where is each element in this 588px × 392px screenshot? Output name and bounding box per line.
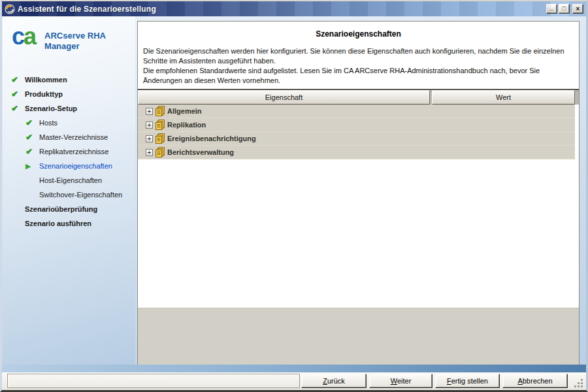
resize-grip[interactable] — [574, 378, 583, 387]
main-panel: Szenarioeigenschaften Die Szenarioeigens… — [137, 21, 580, 366]
description-line1: Die Szenarioeigenschaften werden hier ko… — [143, 46, 572, 66]
property-group-replikation[interactable]: + Replikation — [138, 118, 575, 132]
step-szenario-ausfuhren[interactable]: Szenario ausführen — [3, 216, 135, 231]
finish-button[interactable]: Fertig stellen — [435, 374, 500, 388]
step-willkommen[interactable]: ✔ Willkommen — [3, 73, 135, 87]
property-group-allgemein[interactable]: + Allgemein — [138, 105, 575, 118]
property-group-icon — [155, 133, 165, 144]
maximize-button[interactable]: □ — [559, 4, 570, 14]
details-panel — [138, 308, 579, 365]
step-produkttyp[interactable]: ✔ Produkttyp — [3, 87, 135, 101]
step-replikatverzeichnisse[interactable]: ✔ Replikatverzeichnisse — [3, 144, 135, 159]
back-button[interactable]: Zurück — [301, 374, 367, 388]
wizard-window: Assistent für die Szenarioerstellung _ □… — [0, 0, 588, 392]
property-group-berichtsverwaltung[interactable]: + Berichtsverwaltung — [138, 146, 575, 159]
check-icon: ✔ — [25, 119, 39, 127]
step-szenario-setup[interactable]: ✔ Szenario-Setup — [3, 101, 135, 116]
expand-icon[interactable]: + — [146, 149, 153, 156]
expand-icon[interactable]: + — [146, 135, 153, 142]
brand-text: ARCserve RHA Manager — [44, 31, 106, 52]
brand-block: ca ARCserve RHA Manager — [3, 16, 135, 70]
minimize-icon: _ — [550, 4, 554, 10]
wizard-sidebar: ca ARCserve RHA Manager ✔ Willkommen ✔ P… — [3, 16, 135, 365]
brand-line1: ARCserve RHA — [44, 31, 106, 41]
cancel-button[interactable]: Abbrechen — [502, 374, 568, 388]
property-group-icon — [155, 147, 165, 157]
footer-bar: Zurück Weiter Fertig stellen Abbrechen — [2, 372, 586, 390]
check-icon: ✔ — [11, 105, 25, 112]
brand-line2: Manager — [44, 41, 106, 52]
expand-icon[interactable]: + — [146, 122, 153, 129]
maximize-icon: □ — [563, 6, 566, 12]
properties-table-header: Eigenschaft Wert — [138, 89, 579, 105]
expand-icon[interactable]: + — [146, 108, 153, 115]
check-icon: ✔ — [11, 90, 25, 98]
step-switchover-eigenschaften[interactable]: Switchover-Eigenschaften — [3, 188, 135, 202]
check-icon: ✔ — [11, 76, 25, 84]
window-title: Assistent für die Szenarioerstellung — [18, 5, 546, 14]
title-bar[interactable]: Assistent für die Szenarioerstellung _ □… — [2, 1, 586, 16]
wizard-steps: ✔ Willkommen ✔ Produkttyp ✔ Szenario-Set… — [3, 73, 135, 231]
ca-logo: ca — [12, 27, 35, 46]
step-host-eigenschaften[interactable]: Host-Eigenschaften — [3, 173, 135, 188]
check-icon: ✔ — [25, 133, 39, 141]
property-group-icon — [155, 120, 165, 130]
description-text: Die Szenarioeigenschaften werden hier ko… — [138, 39, 579, 86]
wizard-navigation: Zurück Weiter Fertig stellen Abbrechen — [301, 374, 568, 388]
column-header-eigenschaft[interactable]: Eigenschaft — [138, 90, 430, 105]
status-area — [7, 374, 300, 388]
step-master-verzeichnisse[interactable]: ✔ Master-Verzeichnisse — [3, 130, 135, 144]
close-button[interactable]: × — [572, 4, 583, 14]
close-icon: × — [576, 6, 580, 12]
step-szenarioeigenschaften[interactable]: ▶ Szenarioeigenschaften — [3, 159, 135, 173]
property-group-ereignisbenachrichtigung[interactable]: + Ereignisbenachrichtigung — [138, 132, 575, 146]
app-icon — [5, 4, 15, 14]
check-icon: ✔ — [25, 148, 39, 155]
separator-band — [2, 365, 586, 372]
column-header-wert[interactable]: Wert — [432, 90, 575, 105]
property-group-icon — [155, 106, 165, 116]
step-szenariouberprufung[interactable]: Szenarioüberprüfung — [3, 202, 135, 216]
page-title: Szenarioeigenschaften — [138, 22, 579, 39]
properties-tree: + Allgemein + Replikation — [138, 105, 575, 159]
minimize-button[interactable]: _ — [546, 4, 557, 14]
description-line2: Die empfohlenen Standardwerte sind aufge… — [143, 66, 572, 86]
next-button[interactable]: Weiter — [369, 374, 433, 388]
step-hosts[interactable]: ✔ Hosts — [3, 116, 135, 130]
current-step-icon: ▶ — [25, 162, 39, 170]
